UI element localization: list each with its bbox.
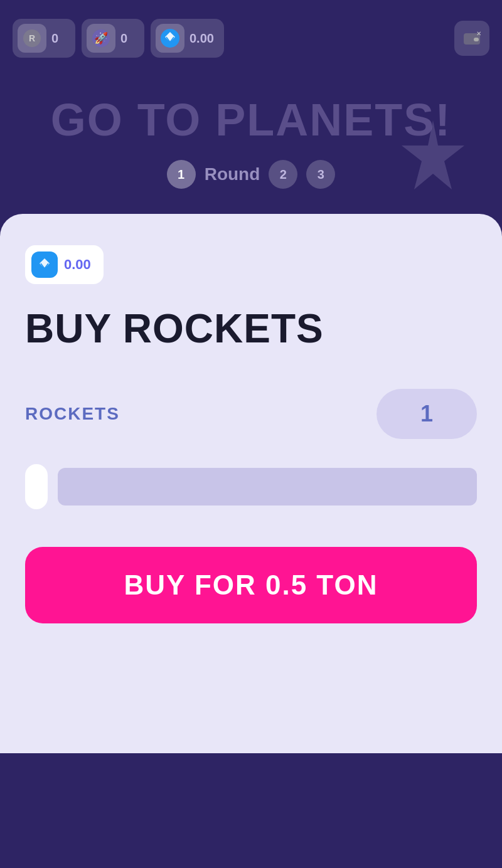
r-value: 0 bbox=[51, 31, 58, 46]
top-bar: R 0 🚀 0 0.00 ✕ bbox=[0, 0, 502, 70]
balance-ton-icon bbox=[31, 251, 58, 278]
round-3-bubble[interactable]: 3 bbox=[306, 160, 335, 189]
r-token-icon: R bbox=[23, 29, 41, 48]
ton-svg-icon bbox=[160, 28, 180, 48]
r-stat: R 0 bbox=[13, 19, 75, 58]
rocket-svg-icon: 🚀 bbox=[92, 29, 110, 48]
buy-button[interactable]: BUY FOR 0.5 TON bbox=[25, 547, 477, 623]
close-wallet-icon: ✕ bbox=[462, 29, 481, 48]
r-icon: R bbox=[18, 24, 46, 53]
quantity-display: 1 bbox=[376, 389, 477, 439]
ton-value: 0.00 bbox=[190, 31, 214, 46]
round-1-label: 1 bbox=[178, 167, 184, 182]
star-decoration bbox=[402, 120, 464, 198]
star-svg bbox=[402, 120, 464, 196]
round-2-bubble[interactable]: 2 bbox=[269, 160, 297, 189]
balance-ton-svg bbox=[35, 255, 55, 275]
round-2-label: 2 bbox=[280, 167, 287, 182]
balance-value: 0.00 bbox=[64, 257, 91, 273]
rocket-value: 0 bbox=[120, 31, 127, 46]
balance-pill: 0.00 bbox=[25, 245, 104, 284]
hero-section: GO TO PLANETS! 1 Round 2 3 bbox=[0, 70, 502, 201]
svg-rect-10 bbox=[474, 38, 479, 41]
svg-text:🚀: 🚀 bbox=[94, 31, 109, 45]
close-wallet-button[interactable]: ✕ bbox=[454, 21, 489, 56]
ton-icon-top bbox=[156, 24, 184, 53]
round-3-label: 3 bbox=[318, 167, 324, 182]
slider-track[interactable] bbox=[58, 468, 477, 505]
svg-marker-11 bbox=[402, 120, 464, 189]
slider-row bbox=[25, 464, 477, 509]
svg-text:R: R bbox=[29, 33, 35, 43]
round-1-bubble[interactable]: 1 bbox=[167, 160, 196, 189]
main-card: 0.00 BUY ROCKETS ROCKETS 1 BUY FOR 0.5 T… bbox=[0, 214, 502, 753]
slider-thumb[interactable] bbox=[25, 464, 48, 509]
rockets-label: ROCKETS bbox=[25, 404, 120, 424]
buy-rockets-title: BUY ROCKETS bbox=[25, 307, 477, 351]
round-text: Round bbox=[205, 164, 260, 184]
rocket-icon: 🚀 bbox=[87, 24, 115, 53]
rockets-row: ROCKETS 1 bbox=[25, 389, 477, 439]
ton-stat: 0.00 bbox=[151, 19, 224, 58]
svg-text:✕: ✕ bbox=[476, 30, 481, 37]
quantity-value: 1 bbox=[420, 401, 433, 427]
rocket-stat: 🚀 0 bbox=[82, 19, 144, 58]
